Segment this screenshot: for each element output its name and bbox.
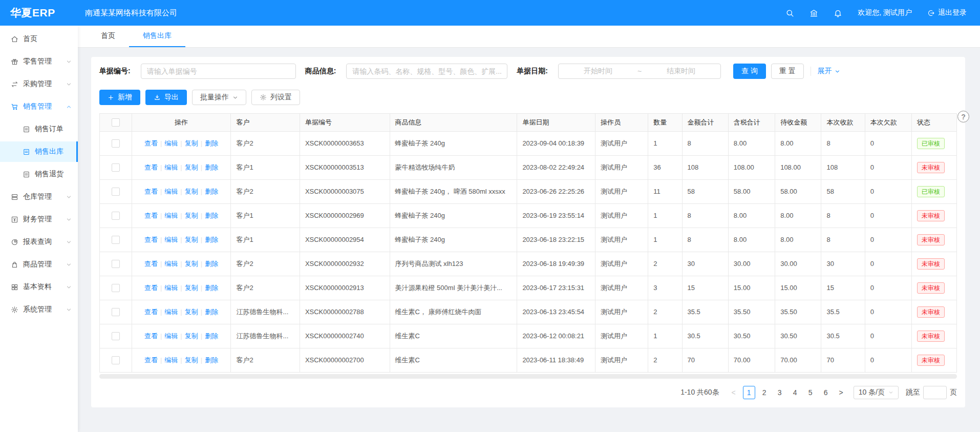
topbar: 华夏ERP 南通某某网络科技有限公司 欢迎您, 测试用户 退出登录: [0, 0, 980, 26]
delete-link[interactable]: 删除: [205, 139, 218, 147]
sidebar-item-home[interactable]: 首页: [0, 29, 78, 49]
row-checkbox[interactable]: [112, 260, 120, 268]
copy-link[interactable]: 复制: [185, 139, 198, 147]
view-link[interactable]: 查看: [144, 212, 158, 219]
delete-link[interactable]: 删除: [205, 332, 218, 340]
sidebar-item-warehouse[interactable]: 仓库管理: [0, 187, 78, 207]
delete-link[interactable]: 删除: [205, 260, 218, 268]
sidebar-item-base[interactable]: 基本资料: [0, 277, 78, 297]
export-button[interactable]: 导出: [145, 90, 187, 105]
sidebar-item-sales-return[interactable]: 销售退货: [0, 164, 78, 184]
sidebar-item-system[interactable]: 系统管理: [0, 299, 78, 320]
sidebar-item-sales[interactable]: 销售管理: [0, 96, 78, 117]
edit-link[interactable]: 编辑: [164, 163, 178, 171]
sidebar-item-goods[interactable]: 商品管理: [0, 254, 78, 275]
pagination-page-4[interactable]: 4: [789, 386, 801, 399]
view-link[interactable]: 查看: [144, 163, 158, 171]
pagination-page-2[interactable]: 2: [758, 386, 771, 399]
cell-goods: 蒙牛精选牧场纯牛奶: [390, 155, 517, 179]
app-logo[interactable]: 华夏ERP: [0, 6, 78, 20]
bill-no-input[interactable]: [141, 64, 296, 79]
sidebar-item-purchase[interactable]: 采购管理: [0, 74, 78, 94]
edit-link[interactable]: 编辑: [164, 188, 178, 195]
row-checkbox[interactable]: [112, 163, 120, 172]
view-link[interactable]: 查看: [144, 188, 158, 195]
delete-link[interactable]: 删除: [205, 212, 218, 219]
jump-to-page-input[interactable]: [923, 386, 947, 399]
copy-link[interactable]: 复制: [185, 308, 198, 316]
edit-link[interactable]: 编辑: [164, 308, 178, 316]
copy-link[interactable]: 复制: [185, 163, 198, 171]
date-range-picker[interactable]: 开始时间 ~ 结束时间: [558, 64, 721, 79]
column-settings-button[interactable]: 列设置: [251, 90, 300, 105]
row-checkbox[interactable]: [112, 188, 120, 196]
sidebar-item-finance[interactable]: 财务管理: [0, 209, 78, 230]
row-checkbox[interactable]: [112, 284, 120, 292]
logout-button[interactable]: 退出登录: [927, 8, 967, 17]
delete-link[interactable]: 删除: [205, 308, 218, 316]
delete-link[interactable]: 删除: [205, 236, 218, 243]
edit-link[interactable]: 编辑: [164, 260, 178, 268]
gear-icon: [260, 94, 267, 101]
row-checkbox[interactable]: [112, 308, 120, 316]
sidebar-item-sales-outbound[interactable]: 销售出库: [0, 141, 78, 162]
delete-link[interactable]: 删除: [205, 188, 218, 195]
pagination-prev-button[interactable]: <: [728, 386, 740, 399]
expand-link[interactable]: 展开: [818, 67, 840, 76]
pagination-page-6[interactable]: 6: [820, 386, 832, 399]
row-checkbox[interactable]: [112, 212, 120, 220]
pagination-next-button[interactable]: >: [835, 386, 847, 399]
page-size-select[interactable]: 10 条/页: [854, 386, 899, 399]
reset-button[interactable]: 重 置: [771, 64, 804, 79]
edit-link[interactable]: 编辑: [164, 212, 178, 219]
goods-info-input[interactable]: [346, 64, 507, 79]
copy-link[interactable]: 复制: [185, 236, 198, 243]
view-link[interactable]: 查看: [144, 236, 158, 243]
search-button[interactable]: 查 询: [733, 64, 766, 79]
copy-link[interactable]: 复制: [185, 188, 198, 195]
view-link[interactable]: 查看: [144, 284, 158, 292]
search-icon[interactable]: [785, 9, 794, 17]
view-link[interactable]: 查看: [144, 308, 158, 316]
edit-link[interactable]: 编辑: [164, 284, 178, 292]
copy-link[interactable]: 复制: [185, 332, 198, 340]
copy-link[interactable]: 复制: [185, 212, 198, 219]
horizontal-scrollbar[interactable]: [99, 374, 957, 379]
copy-link[interactable]: 复制: [185, 284, 198, 292]
sidebar-item-retail[interactable]: 零售管理: [0, 51, 78, 72]
edit-link[interactable]: 编辑: [164, 139, 178, 147]
row-checkbox[interactable]: [112, 332, 120, 340]
view-link[interactable]: 查看: [144, 139, 158, 147]
delete-link[interactable]: 删除: [205, 163, 218, 171]
tab-home[interactable]: 首页: [87, 26, 129, 47]
pagination-page-1[interactable]: 1: [743, 386, 755, 399]
edit-link[interactable]: 编辑: [164, 332, 178, 340]
batch-actions-button[interactable]: 批量操作: [192, 90, 246, 105]
bill-no-label: 单据编号:: [99, 67, 131, 76]
copy-link[interactable]: 复制: [185, 356, 198, 364]
tab-sales-outbound[interactable]: 销售出库: [129, 26, 185, 47]
bank-icon[interactable]: [809, 9, 818, 17]
delete-link[interactable]: 删除: [205, 356, 218, 364]
add-button[interactable]: 新增: [99, 90, 140, 105]
edit-link[interactable]: 编辑: [164, 356, 178, 364]
delete-link[interactable]: 删除: [205, 284, 218, 292]
column-header: 待收金额: [775, 114, 821, 131]
view-link[interactable]: 查看: [144, 356, 158, 364]
copy-link[interactable]: 复制: [185, 260, 198, 268]
row-checkbox[interactable]: [112, 236, 120, 244]
select-all-checkbox[interactable]: [112, 118, 120, 127]
row-checkbox[interactable]: [112, 356, 120, 364]
pagination-page-5[interactable]: 5: [804, 386, 817, 399]
row-checkbox[interactable]: [112, 139, 120, 148]
pagination-page-3[interactable]: 3: [774, 386, 786, 399]
main-content: 首页销售出库 单据编号: 商品信息: 单据日期: 开始时间 ~ 结束时间 查 询…: [78, 26, 980, 432]
bell-icon[interactable]: [834, 9, 842, 17]
sidebar-item-sales-order[interactable]: 销售订单: [0, 119, 78, 139]
view-link[interactable]: 查看: [144, 332, 158, 340]
help-button[interactable]: ?: [957, 111, 969, 122]
sidebar-item-reports[interactable]: 报表查询: [0, 232, 78, 252]
sales-outbound-table: 操作客户单据编号商品信息单据日期操作员数量金额合计含税合计待收金额本次收款本次欠…: [100, 114, 956, 373]
edit-link[interactable]: 编辑: [164, 236, 178, 243]
view-link[interactable]: 查看: [144, 260, 158, 268]
